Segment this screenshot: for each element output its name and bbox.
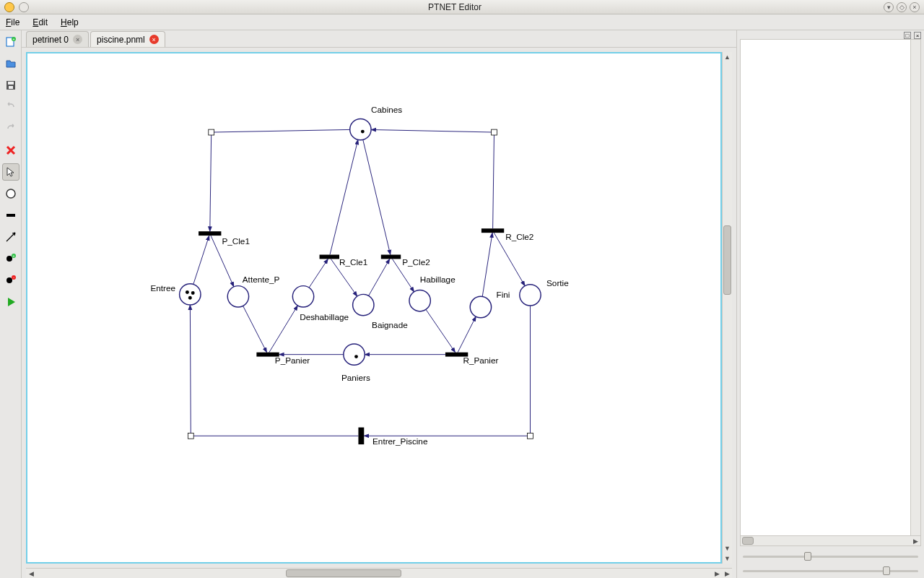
window-menu-icon[interactable] xyxy=(19,2,29,12)
maximize-button[interactable]: ◇ xyxy=(897,2,907,12)
node-label: Cabines xyxy=(371,105,402,114)
arc[interactable] xyxy=(426,309,456,352)
scroll-right-icon[interactable]: ▶ xyxy=(910,536,920,545)
editor-canvas[interactable]: CabinesEntreeAttente_PDeshabillageBaigna… xyxy=(26,52,722,564)
tab-bar: petrinet 0 × piscine.pnml × xyxy=(22,30,736,48)
close-icon[interactable]: × xyxy=(149,35,159,44)
place-Entree[interactable] xyxy=(180,284,201,305)
arc[interactable] xyxy=(371,129,494,228)
arc-waypoint[interactable] xyxy=(492,129,497,135)
place-Deshabillage[interactable] xyxy=(292,286,313,307)
token xyxy=(354,355,358,358)
transition-R_Cle2[interactable] xyxy=(481,228,504,233)
svg-text:+: + xyxy=(12,254,14,258)
scroll-left-icon[interactable]: ◀ xyxy=(26,569,36,578)
place-tool[interactable] xyxy=(2,185,19,202)
tab-piscine[interactable]: piscine.pnml × xyxy=(90,31,165,47)
arc[interactable] xyxy=(309,259,328,288)
add-token-button[interactable]: + xyxy=(2,250,19,267)
delete-button[interactable] xyxy=(2,142,19,159)
canvas-vertical-scrollbar[interactable]: ▲ ▼ ▼ xyxy=(722,52,732,564)
petri-net-diagram[interactable]: CabinesEntreeAttente_PDeshabillageBaigna… xyxy=(27,53,720,562)
scrollbar-thumb[interactable] xyxy=(286,569,401,577)
close-panel-icon[interactable]: × xyxy=(914,32,921,39)
minimize-button[interactable]: ▾ xyxy=(884,2,894,12)
transition-tool[interactable] xyxy=(2,207,19,224)
arc[interactable] xyxy=(193,236,209,284)
arc[interactable] xyxy=(363,139,391,254)
node-label: Baignade xyxy=(372,320,408,329)
svg-point-11 xyxy=(6,277,12,283)
undo-button[interactable] xyxy=(2,98,19,116)
node-label: Attente_P xyxy=(243,275,280,284)
token xyxy=(188,296,192,300)
run-button[interactable] xyxy=(2,293,19,311)
place-Sortie[interactable] xyxy=(520,285,541,306)
token xyxy=(361,130,365,134)
scroll-down-icon[interactable]: ▼ xyxy=(723,543,732,553)
menu-file[interactable]: File xyxy=(6,17,19,27)
svg-rect-5 xyxy=(9,86,13,89)
scroll-up-icon[interactable]: ▲ xyxy=(723,52,732,62)
transition-P_Cle2[interactable] xyxy=(381,255,401,259)
side-panel: □ × ▶ ◀ xyxy=(736,30,924,578)
arc[interactable] xyxy=(458,316,476,353)
pointer-tool[interactable] xyxy=(2,163,19,181)
close-icon[interactable]: × xyxy=(73,35,82,44)
close-button[interactable]: × xyxy=(910,2,920,12)
place-Fini[interactable] xyxy=(470,296,491,317)
scroll-right-icon[interactable]: ▶ xyxy=(722,569,732,578)
svg-rect-4 xyxy=(8,82,14,85)
menu-edit[interactable]: Edit xyxy=(32,17,48,27)
token xyxy=(186,290,189,294)
new-file-button[interactable]: + xyxy=(2,33,19,51)
menu-help[interactable]: Help xyxy=(61,17,79,27)
place-Baignade[interactable] xyxy=(353,294,374,315)
detach-panel-icon[interactable]: □ xyxy=(904,32,911,39)
arc[interactable] xyxy=(210,129,350,231)
arc[interactable] xyxy=(190,305,358,436)
scrollbar-thumb[interactable] xyxy=(723,225,731,295)
arc-waypoint[interactable] xyxy=(188,433,193,439)
window-title: PTNET Editor xyxy=(29,2,881,12)
app-icon xyxy=(4,2,14,12)
node-label: R_Panier xyxy=(463,355,498,365)
toolbar: + + - xyxy=(0,30,22,578)
scroll-right-icon[interactable]: ▶ xyxy=(712,569,722,578)
panel-horizontal-scrollbar[interactable]: ▶ ◀ xyxy=(741,535,920,545)
node-label: Sortie xyxy=(546,278,569,288)
svg-point-6 xyxy=(6,189,15,198)
arc[interactable] xyxy=(482,233,492,296)
canvas-horizontal-scrollbar[interactable]: ◀ ▶ ▶ xyxy=(26,568,732,578)
node-label: R_Cle2 xyxy=(505,232,533,241)
panel-vertical-scrollbar[interactable] xyxy=(910,40,920,535)
place-Cabines[interactable] xyxy=(350,118,371,139)
arc-waypoint[interactable] xyxy=(528,433,533,439)
place-Attente_P[interactable] xyxy=(227,286,248,307)
open-file-button[interactable] xyxy=(2,55,19,72)
redo-button[interactable] xyxy=(2,120,19,137)
menubar: File Edit Help xyxy=(0,14,924,30)
arc-tool[interactable] xyxy=(2,228,19,246)
tab-label: piscine.pnml xyxy=(97,35,145,45)
node-label: Habillage xyxy=(420,275,456,284)
place-Paniers[interactable] xyxy=(344,344,365,365)
arc[interactable] xyxy=(243,306,267,352)
place-Habillage[interactable] xyxy=(409,290,430,311)
transition-Entrer_Piscine[interactable] xyxy=(358,428,364,445)
svg-text:+: + xyxy=(12,37,14,41)
arc[interactable] xyxy=(269,306,298,353)
zoom-slider-1[interactable] xyxy=(743,552,918,561)
tab-petrinet-0[interactable]: petrinet 0 × xyxy=(26,31,89,47)
arc[interactable] xyxy=(330,139,358,254)
arc[interactable] xyxy=(369,259,390,296)
scroll-down-icon[interactable]: ▼ xyxy=(723,553,732,564)
save-file-button[interactable] xyxy=(2,77,19,94)
node-label: Entree xyxy=(150,283,175,293)
token xyxy=(191,291,195,295)
zoom-slider-2[interactable] xyxy=(743,566,918,575)
transition-P_Cle1[interactable] xyxy=(199,231,221,236)
arc-waypoint[interactable] xyxy=(209,129,214,135)
transition-R_Cle1[interactable] xyxy=(320,255,339,259)
remove-token-button[interactable]: - xyxy=(2,272,19,289)
